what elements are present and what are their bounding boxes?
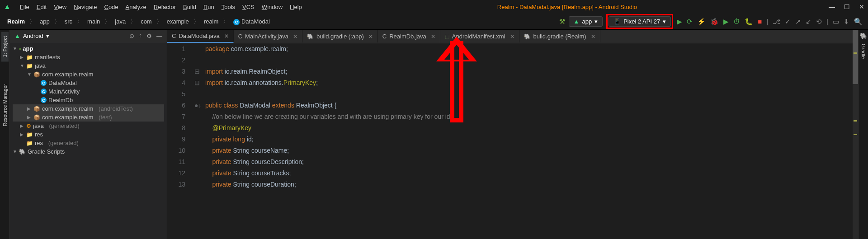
menu-edit[interactable]: Edit	[33, 2, 50, 12]
breadcrumb-item[interactable]: main	[85, 17, 102, 26]
breadcrumb-item[interactable]: com	[139, 17, 154, 26]
close-icon[interactable]: ✕	[293, 33, 297, 40]
search-icon[interactable]: 🔍	[854, 18, 863, 26]
gradle-tool-tab[interactable]: Gradle	[860, 39, 867, 63]
breadcrumb-item[interactable]: java	[113, 17, 127, 26]
menu-run[interactable]: Run	[200, 2, 218, 12]
menu-view[interactable]: View	[50, 2, 70, 12]
project-tool-tab[interactable]: 1: Project	[1, 32, 9, 61]
menu-file[interactable]: File	[16, 2, 33, 12]
tree-node-package[interactable]: ▼📦com.example.realm	[13, 70, 164, 79]
tree-node-class[interactable]: CMainActivity	[13, 87, 164, 96]
coverage-icon[interactable]: ▶	[723, 18, 729, 26]
menu-code[interactable]: Code	[100, 2, 122, 12]
tree-node-java-generated[interactable]: ▶⚙java (generated)	[13, 122, 164, 130]
chevron-down-icon: ▾	[46, 33, 49, 39]
menu-help[interactable]: Help	[286, 2, 306, 12]
breadcrumb-item[interactable]: src	[63, 17, 74, 26]
line-gutter: 12345678910111213	[167, 43, 194, 239]
tree-node-test-package[interactable]: ▶📦com.example.realm (androidTest)	[13, 104, 164, 113]
tree-node-manifests[interactable]: ▶📁manifests	[13, 53, 164, 61]
breadcrumb-item[interactable]: app	[38, 17, 52, 26]
device-selector[interactable]: 📱 Pixel 2 API 27 ▾	[609, 16, 671, 27]
close-window-icon[interactable]: ✕	[859, 3, 864, 10]
close-icon[interactable]: ✕	[510, 33, 514, 40]
tree-node-res-generated[interactable]: 📁res (generated)	[13, 139, 164, 147]
navigation-toolbar: Realm〉app〉src〉main〉java〉com〉example〉real…	[0, 14, 868, 30]
tree-node-res[interactable]: ▶📁res	[13, 130, 164, 139]
project-view-selector[interactable]: ▲ Android ▾	[14, 33, 49, 39]
tree-node-unittest-package[interactable]: ▶📦com.example.realm (test)	[13, 113, 164, 122]
git-branch-icon[interactable]: ⎇	[773, 18, 780, 26]
warning-marker[interactable]	[854, 52, 857, 54]
close-icon[interactable]: ✕	[368, 33, 373, 40]
tree-node-java[interactable]: ▼📁java	[13, 61, 164, 70]
menu-build[interactable]: Build	[179, 2, 200, 12]
build-icon[interactable]: ⚒	[559, 18, 565, 26]
editor-tab[interactable]: 🐘build.gradle (Realm)✕	[519, 30, 600, 42]
tree-node-class[interactable]: CRealmDb	[13, 96, 164, 104]
run-config-selector[interactable]: ▲ app ▾	[569, 16, 603, 27]
menu-refactor[interactable]: Refactor	[150, 2, 179, 12]
git-update-icon[interactable]: ↙	[806, 18, 811, 26]
scrollbar-thumb[interactable]	[853, 30, 858, 84]
project-view-label: Android	[23, 33, 43, 39]
tab-label: build.gradle (Realm)	[533, 33, 586, 40]
scrollbar-track[interactable]	[853, 30, 858, 239]
menu-navigate[interactable]: Navigate	[70, 2, 100, 12]
breadcrumb-separator: 〉	[104, 18, 110, 26]
tree-node-app[interactable]: ▼▪app	[13, 44, 164, 53]
avd-icon[interactable]: ▭	[833, 18, 839, 26]
gear-icon[interactable]: ⚙	[146, 33, 152, 39]
code-editor[interactable]: 12345678910111213 ⊟⊟ ●↓ package com.exam…	[167, 43, 858, 239]
breadcrumb-item[interactable]: realm	[202, 17, 221, 26]
minimize-icon[interactable]: —	[829, 3, 835, 10]
editor-tab[interactable]: CMainActivity.java✕	[234, 30, 302, 42]
maximize-icon[interactable]: ☐	[844, 3, 850, 10]
debug-icon[interactable]: 🐞	[710, 18, 719, 26]
apply-changes-icon[interactable]: ⟳	[687, 18, 693, 26]
breadcrumb-separator: 〉	[77, 18, 83, 26]
editor-tab[interactable]: CRealmDb.java✕	[378, 30, 440, 42]
hide-icon[interactable]: —	[156, 33, 162, 39]
stop-icon[interactable]: ■	[758, 18, 762, 25]
project-tree[interactable]: ▼▪app ▶📁manifests ▼📁java ▼📦com.example.r…	[10, 42, 167, 239]
close-icon[interactable]: ✕	[224, 33, 229, 39]
breadcrumb-item[interactable]: Realm	[5, 17, 27, 26]
menu-analyze[interactable]: Analyze	[122, 2, 150, 12]
package-icon: 📦	[33, 106, 40, 112]
package-icon: 📦	[33, 114, 40, 121]
project-sidebar: ▲ Android ▾ ⊙ ÷ ⚙ — ▼▪app ▶📁manifests ▼📁…	[10, 30, 167, 239]
attach-debugger-icon[interactable]: 🐛	[745, 18, 753, 26]
sdk-icon[interactable]: ⬇	[844, 18, 849, 26]
warning-marker[interactable]	[854, 120, 857, 122]
editor-tab[interactable]: CDataModal.java✕	[167, 30, 234, 43]
git-commit-icon[interactable]: ✓	[785, 18, 791, 26]
tree-node-gradle-scripts[interactable]: ▼🐘Gradle Scripts	[13, 147, 164, 156]
menu-window[interactable]: Window	[258, 2, 286, 12]
scroll-from-source-icon[interactable]: ⊙	[129, 33, 134, 39]
breadcrumb-item[interactable]: C DataModal	[231, 17, 271, 26]
code-content[interactable]: package com.example.realm; import io.rea…	[203, 43, 858, 239]
resource-manager-tool-tab[interactable]: Resource Manager	[1, 80, 9, 131]
close-icon[interactable]: ✕	[591, 33, 595, 40]
tab-label: DataModal.java	[179, 33, 219, 39]
editor-tab[interactable]: ⬚AndroidManifest.xml✕	[440, 30, 519, 42]
git-history-icon[interactable]: ⟲	[816, 18, 822, 26]
menu-vcs[interactable]: VCS	[239, 2, 258, 12]
apply-code-icon[interactable]: ⚡	[697, 18, 706, 26]
menu-tools[interactable]: Tools	[218, 2, 239, 12]
breadcrumb-item[interactable]: example	[165, 17, 191, 26]
fold-gutter[interactable]: ⊟⊟ ●↓	[194, 43, 203, 239]
collapse-all-icon[interactable]: ÷	[139, 33, 142, 39]
right-tool-strip: 🐘 Gradle	[858, 30, 868, 239]
breadcrumb-separator: 〉	[29, 18, 35, 26]
class-icon: C	[172, 33, 176, 39]
close-icon[interactable]: ✕	[431, 33, 435, 40]
profile-icon[interactable]: ⏱	[733, 18, 740, 25]
warning-marker[interactable]	[854, 134, 857, 135]
git-push-icon[interactable]: ↗	[795, 18, 801, 26]
run-icon[interactable]: ▶	[677, 18, 682, 26]
editor-tab[interactable]: 🐘build.gradle (:app)✕	[302, 30, 378, 42]
tree-node-class[interactable]: CDataModal	[13, 79, 164, 87]
